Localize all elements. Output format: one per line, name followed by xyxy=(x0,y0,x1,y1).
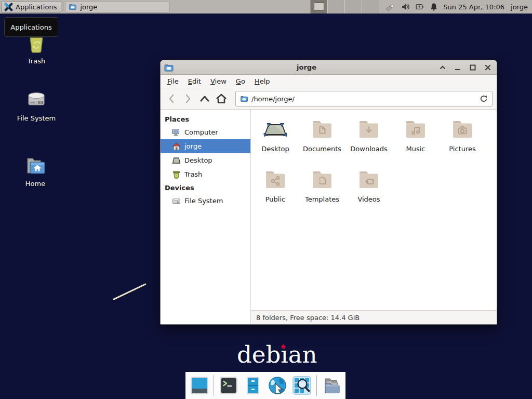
toolbar xyxy=(161,88,497,110)
forward-button[interactable] xyxy=(181,92,195,105)
desktop-icon-file-system[interactable]: File System xyxy=(10,87,62,122)
folder-downloads-icon xyxy=(356,117,381,142)
desktop-icon-label: Home xyxy=(25,180,45,188)
file-item-label: Pictures xyxy=(449,145,475,153)
sidebar-item-label: Computer xyxy=(184,128,218,136)
applications-tooltip: Applications xyxy=(4,17,58,37)
removable-media-icon[interactable] xyxy=(385,3,396,11)
wallpaper-diagonal-line xyxy=(113,283,146,300)
directory-menu-launcher[interactable] xyxy=(322,376,341,395)
folder-public-icon xyxy=(263,167,288,192)
window-titlebar[interactable]: jorge xyxy=(161,60,497,75)
file-item-documents[interactable]: Documents xyxy=(299,114,345,164)
file-item-videos[interactable]: Videos xyxy=(345,164,392,215)
folder-icon xyxy=(69,3,77,11)
workspace-switcher xyxy=(310,0,379,14)
close-button[interactable] xyxy=(484,64,491,71)
workspace-3[interactable] xyxy=(345,0,362,14)
file-manager-folder-icon xyxy=(164,62,174,73)
sidebar-item-label: jorge xyxy=(184,142,202,150)
desktop-icon-label: Trash xyxy=(28,57,45,65)
battery-icon[interactable] xyxy=(416,3,424,11)
back-chevron-icon xyxy=(168,94,175,103)
menu-go[interactable]: Go xyxy=(231,75,250,88)
minimize-button[interactable] xyxy=(454,64,461,71)
file-item-desktop[interactable]: Desktop xyxy=(252,114,299,164)
workspace-2[interactable] xyxy=(328,0,345,14)
harddrive-icon xyxy=(24,87,49,112)
debian-logo-text: debıan xyxy=(237,343,317,366)
menu-edit[interactable]: Edit xyxy=(183,75,206,88)
workspace-4[interactable] xyxy=(362,0,379,14)
home-button[interactable] xyxy=(215,92,228,105)
panel-username: jorge xyxy=(511,3,528,11)
file-manager-window: jorge File Edit View Go Help xyxy=(160,60,497,325)
reload-icon[interactable] xyxy=(480,95,488,103)
back-button[interactable] xyxy=(165,92,178,105)
sidebar-item-file-system[interactable]: File System xyxy=(161,194,250,208)
dock-separator xyxy=(316,375,317,396)
file-item-downloads[interactable]: Downloads xyxy=(345,114,392,164)
desktop-icon xyxy=(172,156,181,165)
up-button[interactable] xyxy=(198,92,211,105)
menu-view[interactable]: View xyxy=(206,75,231,88)
sidebar-item-label: File System xyxy=(184,197,223,205)
applications-menu-button[interactable]: Applications xyxy=(1,1,61,12)
desktop-icon-home[interactable]: Home xyxy=(9,153,61,188)
folder-videos-icon xyxy=(356,167,381,192)
file-item-label: Videos xyxy=(357,195,380,203)
folder-documents-icon xyxy=(310,117,335,142)
path-input[interactable] xyxy=(251,95,476,103)
volume-icon[interactable] xyxy=(402,3,410,11)
sidebar-item-label: Trash xyxy=(184,170,202,178)
sidebar-item-computer[interactable]: Computer xyxy=(161,125,250,139)
workspace-1[interactable] xyxy=(311,0,328,14)
home-folder-icon xyxy=(23,153,48,178)
file-item-templates[interactable]: Templates xyxy=(299,164,345,215)
directory-menu-folder-icon xyxy=(322,376,341,395)
file-item-label: Templates xyxy=(305,195,339,203)
menu-help[interactable]: Help xyxy=(250,75,275,88)
menu-file[interactable]: File xyxy=(163,75,183,88)
file-manager-launcher[interactable] xyxy=(243,376,263,395)
file-item-label: Downloads xyxy=(350,145,387,153)
sidebar-item-label: Desktop xyxy=(184,156,212,164)
terminal-launcher[interactable] xyxy=(219,376,238,395)
show-desktop-icon xyxy=(191,377,208,394)
application-finder-launcher[interactable] xyxy=(292,376,312,395)
bottom-dock xyxy=(185,372,345,399)
pathbar[interactable] xyxy=(235,91,493,107)
applications-menu-label: Applications xyxy=(16,3,57,11)
forward-chevron-icon xyxy=(185,94,191,103)
sidebar-item-desktop[interactable]: Desktop xyxy=(161,153,250,167)
trash-icon xyxy=(172,170,181,179)
up-chevron-icon xyxy=(200,96,209,102)
shade-button[interactable] xyxy=(439,64,446,71)
sidebar-item-trash[interactable]: Trash xyxy=(161,167,250,181)
notifications-bell-icon[interactable] xyxy=(430,3,438,11)
file-item-label: Desktop xyxy=(261,145,289,153)
file-item-label: Public xyxy=(265,195,285,203)
file-item-label: Music xyxy=(406,145,425,153)
file-item-music[interactable]: Music xyxy=(392,114,439,164)
file-item-public[interactable]: Public xyxy=(252,164,299,215)
show-desktop-button[interactable] xyxy=(190,376,209,395)
sidebar: Places Computer jorge xyxy=(161,110,251,324)
files-grid: Desktop Documents xyxy=(251,110,497,310)
web-browser-launcher[interactable] xyxy=(268,376,287,395)
home-icon xyxy=(216,94,227,104)
sidebar-item-jorge[interactable]: jorge xyxy=(161,139,250,153)
panel-clock[interactable]: Sun 25 Apr, 10:06 xyxy=(443,3,504,11)
home-icon xyxy=(172,142,181,151)
window-title: jorge xyxy=(174,63,439,71)
taskbar-drag-handle[interactable] xyxy=(62,3,64,11)
pathbar-folder-icon xyxy=(240,95,248,103)
top-panel: Applications jorge xyxy=(0,0,532,14)
folder-templates-icon xyxy=(310,167,335,192)
desktop-icon-label: File System xyxy=(17,114,56,122)
file-item-pictures[interactable]: Pictures xyxy=(439,114,486,164)
maximize-button[interactable] xyxy=(469,64,476,71)
taskbar-window-button[interactable]: jorge xyxy=(65,1,170,12)
folder-music-icon xyxy=(403,117,428,142)
statusbar: 8 folders, Free space: 14.4 GiB xyxy=(251,310,497,324)
